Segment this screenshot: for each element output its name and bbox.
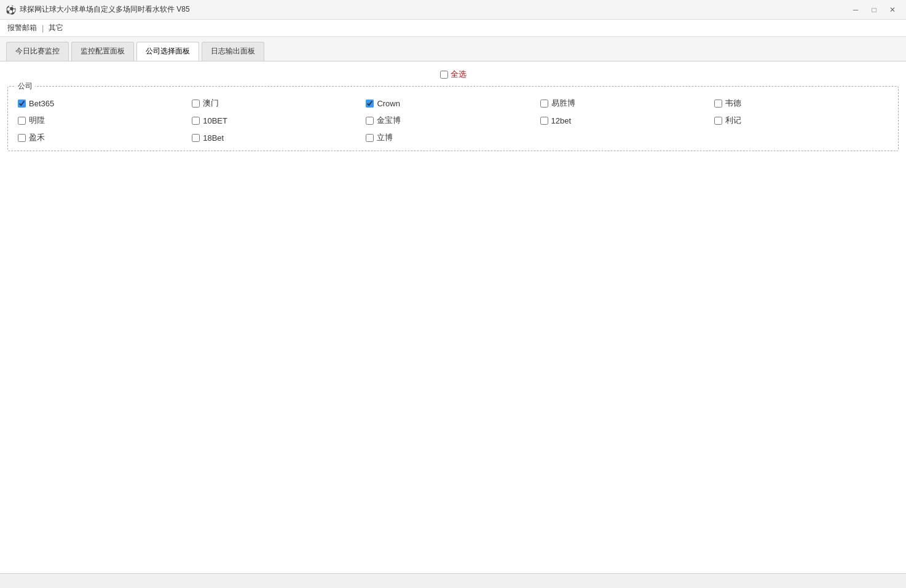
company-jinbaobo[interactable]: 金宝博: [366, 115, 540, 126]
company-18bet[interactable]: 18Bet: [192, 132, 366, 143]
tab-log-output[interactable]: 日志输出面板: [202, 42, 264, 61]
app-icon: ⚽: [5, 4, 16, 15]
checkbox-bet365[interactable]: [18, 100, 26, 108]
app-title: 球探网让球大小球单场自定义多场同时看水软件 V85: [20, 4, 847, 15]
company-yishengbo[interactable]: 易胜博: [540, 98, 714, 109]
title-bar: ⚽ 球探网让球大小球单场自定义多场同时看水软件 V85 ─ □ ✕: [0, 0, 906, 20]
select-all-checkbox[interactable]: [440, 71, 448, 79]
select-all-row: 全选: [7, 69, 899, 80]
label-liji: 利记: [725, 115, 741, 126]
label-12bet: 12bet: [551, 116, 572, 125]
label-10bet: 10BET: [203, 116, 227, 125]
company-bet365[interactable]: Bet365: [18, 98, 192, 109]
label-crown: Crown: [377, 99, 400, 108]
tab-today-monitor[interactable]: 今日比赛监控: [6, 42, 69, 61]
menu-other[interactable]: 其它: [46, 22, 66, 34]
group-box-title: 公司: [15, 81, 35, 92]
checkbox-18bet[interactable]: [192, 134, 200, 142]
tab-company-select[interactable]: 公司选择面板: [136, 42, 199, 61]
checkbox-12bet[interactable]: [540, 117, 548, 125]
label-yinghe: 盈禾: [29, 132, 45, 143]
company-group-box: 公司 Bet365 澳门 Crown 易胜博 韦德: [7, 86, 899, 151]
company-yinghe[interactable]: 盈禾: [18, 132, 192, 143]
company-checkbox-grid: Bet365 澳门 Crown 易胜博 韦德 明陞: [18, 98, 888, 143]
tab-monitor-config[interactable]: 监控配置面板: [71, 42, 134, 61]
menu-alert-email[interactable]: 报警邮箱: [5, 22, 39, 34]
maximize-button[interactable]: □: [865, 2, 883, 17]
checkbox-macau[interactable]: [192, 100, 200, 108]
checkbox-liji[interactable]: [714, 117, 722, 125]
company-crown[interactable]: Crown: [366, 98, 540, 109]
tab-bar: 今日比赛监控 监控配置面板 公司选择面板 日志输出面板: [0, 37, 906, 61]
minimize-button[interactable]: ─: [847, 2, 864, 17]
company-12bet[interactable]: 12bet: [540, 115, 714, 126]
company-liji[interactable]: 利记: [714, 115, 888, 126]
company-libo[interactable]: 立博: [366, 132, 540, 143]
status-bar: [0, 573, 906, 588]
company-macau[interactable]: 澳门: [192, 98, 366, 109]
close-button[interactable]: ✕: [884, 2, 901, 17]
label-18bet: 18Bet: [203, 133, 224, 143]
checkbox-yinghe[interactable]: [18, 134, 26, 142]
checkbox-weide[interactable]: [714, 100, 722, 108]
label-yishengbo: 易胜博: [551, 98, 575, 109]
label-jinbaobo: 金宝博: [377, 115, 401, 126]
label-minglu: 明陞: [29, 115, 45, 126]
window-controls: ─ □ ✕: [847, 2, 901, 17]
checkbox-minglu[interactable]: [18, 117, 26, 125]
checkbox-jinbaobo[interactable]: [366, 117, 374, 125]
label-bet365: Bet365: [29, 99, 54, 108]
checkbox-crown[interactable]: [366, 100, 374, 108]
menu-separator: |: [39, 23, 46, 33]
menu-bar: 报警邮箱 | 其它: [0, 20, 906, 37]
company-10bet[interactable]: 10BET: [192, 115, 366, 126]
select-all-label[interactable]: 全选: [451, 69, 467, 80]
checkbox-10bet[interactable]: [192, 117, 200, 125]
label-libo: 立博: [377, 132, 393, 143]
label-macau: 澳门: [203, 98, 219, 109]
company-weide[interactable]: 韦德: [714, 98, 888, 109]
content-area: 全选 公司 Bet365 澳门 Crown 易胜博: [0, 61, 906, 573]
checkbox-yishengbo[interactable]: [540, 100, 548, 108]
label-weide: 韦德: [725, 98, 741, 109]
checkbox-libo[interactable]: [366, 134, 374, 142]
company-minglu[interactable]: 明陞: [18, 115, 192, 126]
